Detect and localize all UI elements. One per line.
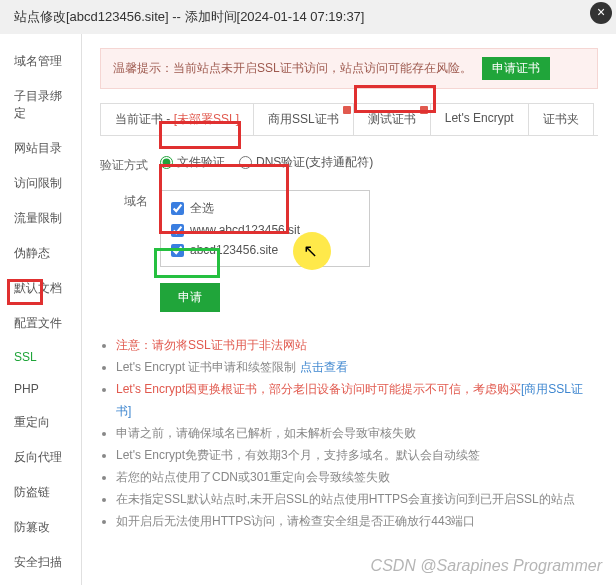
apply-button[interactable]: 申请 (160, 283, 220, 312)
watermark: CSDN @Sarapines Programmer (371, 557, 602, 575)
cursor-icon: ↖ (303, 240, 318, 262)
sidebar-item-default-doc[interactable]: 默认文档 (0, 271, 81, 306)
tab-letsencrypt[interactable]: Let's Encrypt (430, 103, 529, 135)
tab-cert-folder[interactable]: 证书夹 (528, 103, 594, 135)
sidebar-item-config[interactable]: 配置文件 (0, 306, 81, 341)
note-8: 如开启后无法使用HTTPS访问，请检查安全组是否正确放行443端口 (116, 510, 598, 532)
alert-text: 温馨提示：当前站点未开启SSL证书访问，站点访问可能存在风险。 (113, 60, 472, 77)
domain-item-1[interactable]: www.abcd123456.sit (171, 220, 359, 240)
sidebar-item-php[interactable]: PHP (0, 373, 81, 405)
tab-current-cert[interactable]: 当前证书 - [未部署SSL] (100, 103, 254, 135)
content-panel: 温馨提示：当前站点未开启SSL证书访问，站点访问可能存在风险。 申请证书 当前证… (82, 34, 616, 585)
domain-checkbox-2[interactable] (171, 244, 184, 257)
link-view[interactable]: 点击查看 (300, 360, 348, 374)
sidebar-item-proxy[interactable]: 反向代理 (0, 440, 81, 475)
domain-list: 全选 www.abcd123456.sit abcd123456.site (160, 190, 370, 267)
sidebar-item-access[interactable]: 访问限制 (0, 166, 81, 201)
domain-checkbox-1[interactable] (171, 224, 184, 237)
note-1: 注意：请勿将SSL证书用于非法网站 (116, 334, 598, 356)
sidebar-item-rewrite[interactable]: 伪静态 (0, 236, 81, 271)
note-7: 在未指定SSL默认站点时,未开启SSL的站点使用HTTPS会直接访问到已开启SS… (116, 488, 598, 510)
close-button[interactable]: × (590, 2, 612, 24)
sidebar-item-domain[interactable]: 域名管理 (0, 44, 81, 79)
modal-header: 站点修改[abcd123456.site] -- 添加时间[2024-01-14… (0, 0, 616, 34)
sidebar-item-ssl[interactable]: SSL (0, 341, 81, 373)
domain-label: 域名 (100, 190, 160, 210)
radio-dns-verify[interactable]: DNS验证(支持通配符) (239, 154, 373, 171)
sidebar-item-redirect[interactable]: 重定向 (0, 405, 81, 440)
sidebar-item-scan[interactable]: 安全扫描 (0, 545, 81, 580)
radio-dns-input[interactable] (239, 156, 252, 169)
select-all-checkbox[interactable] (171, 202, 184, 215)
sidebar-item-hotlink[interactable]: 防盗链 (0, 475, 81, 510)
verify-label: 验证方式 (100, 154, 160, 174)
tab-commercial[interactable]: 商用SSL证书 (253, 103, 354, 135)
main-area: 域名管理 子目录绑定 网站目录 访问限制 流量限制 伪静态 默认文档 配置文件 … (0, 34, 616, 585)
alert-bar: 温馨提示：当前站点未开启SSL证书访问，站点访问可能存在风险。 申请证书 (100, 48, 598, 89)
select-all-item[interactable]: 全选 (171, 197, 359, 220)
radio-file-verify[interactable]: 文件验证 (160, 154, 225, 171)
sidebar-item-subdir[interactable]: 子目录绑定 (0, 79, 81, 131)
domain-row: 域名 全选 www.abcd123456.sit abcd123456.site (100, 190, 598, 267)
note-4: 申请之前，请确保域名已解析，如未解析会导致审核失败 (116, 422, 598, 444)
radio-file-input[interactable] (160, 156, 173, 169)
ssl-tabs: 当前证书 - [未部署SSL] 商用SSL证书 测试证书 Let's Encry… (100, 103, 598, 136)
sidebar-item-log[interactable]: 网站日志 (0, 580, 81, 585)
sidebar-item-traffic[interactable]: 流量限制 (0, 201, 81, 236)
note-5: Let's Encrypt免费证书，有效期3个月，支持多域名。默认会自动续签 (116, 444, 598, 466)
note-6: 若您的站点使用了CDN或301重定向会导致续签失败 (116, 466, 598, 488)
note-2: Let's Encrypt 证书申请和续签限制 点击查看 (116, 356, 598, 378)
apply-cert-button[interactable]: 申请证书 (482, 57, 550, 80)
sidebar: 域名管理 子目录绑定 网站目录 访问限制 流量限制 伪静态 默认文档 配置文件 … (0, 34, 82, 585)
modal-title: 站点修改[abcd123456.site] -- 添加时间[2024-01-14… (14, 9, 364, 24)
notes-list: 注意：请勿将SSL证书用于非法网站 Let's Encrypt 证书申请和续签限… (100, 334, 598, 532)
verify-row: 验证方式 文件验证 DNS验证(支持通配符) (100, 154, 598, 174)
sidebar-item-tamper[interactable]: 防篡改 (0, 510, 81, 545)
note-3: Let's Encrypt因更换根证书，部分老旧设备访问时可能提示不可信，考虑购… (116, 378, 598, 422)
tab-test[interactable]: 测试证书 (353, 103, 431, 135)
sidebar-item-webdir[interactable]: 网站目录 (0, 131, 81, 166)
